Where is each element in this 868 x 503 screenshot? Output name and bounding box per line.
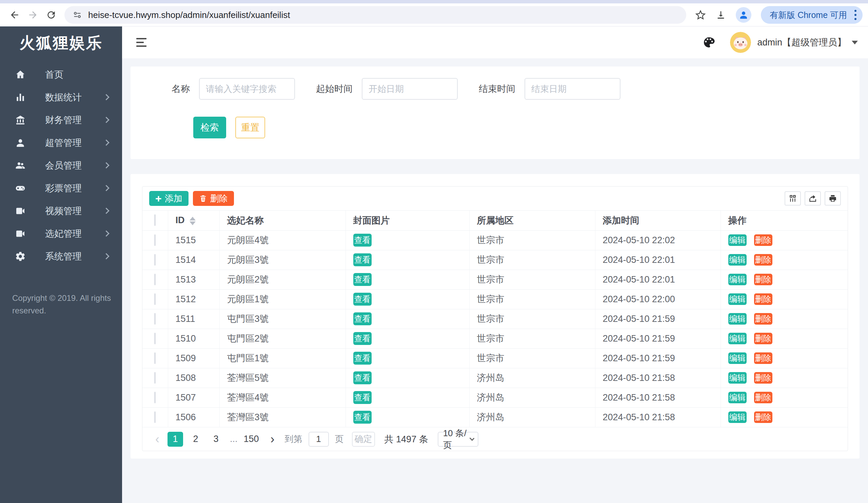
hamburger-menu-icon[interactable] — [134, 36, 148, 49]
select-all-checkbox[interactable] — [154, 214, 156, 226]
page-button-2[interactable]: 2 — [188, 432, 204, 447]
edit-button[interactable]: 编辑 — [728, 274, 747, 285]
end-time-label: 结束时间 — [479, 83, 515, 95]
back-icon[interactable] — [6, 6, 24, 24]
view-cover-button[interactable]: 查看 — [353, 332, 372, 345]
delete-button[interactable]: 删除 — [754, 254, 772, 266]
video-icon — [15, 228, 26, 239]
row-checkbox[interactable] — [154, 372, 156, 383]
search-panel: 名称 起始时间 结束时间 检索 重置 — [131, 66, 859, 159]
view-cover-button[interactable]: 查看 — [353, 293, 372, 306]
view-cover-button[interactable]: 查看 — [353, 352, 372, 365]
page-ellipsis: ... — [230, 434, 238, 444]
edit-button[interactable]: 编辑 — [728, 254, 747, 266]
per-page-select[interactable]: 10 条/页 — [438, 432, 478, 447]
chevron-right-icon — [103, 140, 109, 145]
confirm-button[interactable]: 确定 — [352, 432, 375, 447]
delete-button[interactable]: 删除 — [754, 234, 772, 246]
search-button[interactable]: 检索 — [193, 117, 226, 138]
edit-button[interactable]: 编辑 — [728, 392, 747, 403]
column-header-id[interactable]: ID — [168, 211, 219, 230]
sidebar-item-finance[interactable]: 财务管理 — [0, 109, 122, 131]
delete-button[interactable]: 删除 — [754, 392, 772, 403]
edit-button[interactable]: 编辑 — [728, 234, 747, 246]
site-info-icon[interactable] — [73, 10, 82, 20]
row-checkbox[interactable] — [154, 411, 156, 423]
sidebar-menu: 首页数据统计财务管理超管管理会员管理彩票管理视频管理选妃管理系统管理 — [0, 63, 122, 268]
chrome-update-badge[interactable]: 有新版 Chrome 可用 — [761, 6, 862, 24]
browser-profile-icon[interactable] — [736, 7, 751, 23]
view-cover-button[interactable]: 查看 — [353, 391, 372, 404]
prev-page-icon[interactable]: ‹ — [155, 432, 159, 446]
cell-time: 2024-05-10 21:59 — [595, 309, 721, 329]
edit-button[interactable]: 编辑 — [728, 372, 747, 383]
keyword-input[interactable] — [199, 78, 295, 100]
delete-button[interactable]: 删除 — [754, 411, 772, 423]
view-cover-button[interactable]: 查看 — [353, 273, 372, 286]
view-cover-button[interactable]: 查看 — [353, 411, 372, 424]
bulk-delete-button[interactable]: 删除 — [193, 191, 234, 206]
browser-menu-icon[interactable] — [853, 9, 858, 21]
chevron-down-icon[interactable] — [852, 41, 858, 44]
bookmark-star-icon[interactable] — [695, 10, 706, 20]
export-icon[interactable] — [805, 191, 821, 206]
download-icon[interactable] — [715, 10, 726, 20]
user-menu[interactable]: admin【超级管理员】 — [757, 36, 846, 49]
cell-region: 世宗市 — [469, 270, 595, 289]
reset-button[interactable]: 重置 — [235, 117, 265, 138]
delete-button[interactable]: 删除 — [754, 294, 772, 305]
sidebar-item-home[interactable]: 首页 — [0, 63, 122, 86]
user-avatar[interactable] — [730, 32, 751, 53]
add-button[interactable]: + 添加 — [149, 191, 188, 206]
sidebar-item-video[interactable]: 视频管理 — [0, 199, 122, 222]
sidebar-item-label: 超管管理 — [45, 137, 82, 149]
start-date-input[interactable] — [362, 78, 458, 100]
sidebar-item-system[interactable]: 系统管理 — [0, 245, 122, 268]
end-date-input[interactable] — [525, 78, 620, 100]
delete-button[interactable]: 删除 — [754, 372, 772, 383]
delete-button[interactable]: 删除 — [754, 274, 772, 285]
print-icon[interactable] — [825, 191, 841, 206]
row-checkbox[interactable] — [154, 392, 156, 403]
row-checkbox[interactable] — [154, 254, 156, 266]
sort-icon[interactable] — [189, 217, 196, 225]
row-checkbox[interactable] — [154, 294, 156, 305]
view-cover-button[interactable]: 查看 — [353, 234, 372, 247]
forward-icon[interactable] — [24, 6, 42, 24]
theme-palette-icon[interactable] — [702, 35, 716, 49]
edit-button[interactable]: 编辑 — [728, 294, 747, 305]
view-cover-button[interactable]: 查看 — [353, 253, 372, 266]
edit-button[interactable]: 编辑 — [728, 333, 747, 344]
app-logo: 火狐狸娱乐 — [0, 33, 122, 54]
reload-icon[interactable] — [42, 6, 60, 24]
delete-button[interactable]: 删除 — [754, 333, 772, 344]
delete-button[interactable]: 删除 — [754, 313, 772, 325]
edit-button[interactable]: 编辑 — [728, 313, 747, 325]
edit-button[interactable]: 编辑 — [728, 352, 747, 364]
sidebar-item-xuanfei[interactable]: 选妃管理 — [0, 222, 122, 245]
edit-button[interactable]: 编辑 — [728, 411, 747, 423]
page-button-1[interactable]: 1 — [167, 432, 183, 447]
row-checkbox[interactable] — [154, 352, 156, 364]
row-checkbox[interactable] — [154, 313, 156, 325]
row-checkbox[interactable] — [154, 234, 156, 246]
url-bar[interactable]: heise-tcvue.hwym.shop/admin/xuanfeilist/… — [64, 6, 686, 24]
delete-button[interactable]: 删除 — [754, 352, 772, 364]
view-cover-button[interactable]: 查看 — [353, 371, 372, 384]
row-checkbox[interactable] — [154, 333, 156, 344]
page-button-3[interactable]: 3 — [208, 432, 224, 447]
page-button-150[interactable]: 150 — [242, 432, 261, 447]
table-row: 1509屯門區1號查看世宗市2024-05-10 21:59编辑删除 — [142, 348, 848, 368]
sidebar-item-member[interactable]: 会员管理 — [0, 154, 122, 177]
sidebar-item-lottery[interactable]: 彩票管理 — [0, 177, 122, 199]
sidebar-item-super-admin[interactable]: 超管管理 — [0, 131, 122, 154]
table-row: 1514元朗區3號查看世宗市2024-05-10 22:01编辑删除 — [142, 250, 848, 270]
goto-page-input[interactable] — [309, 432, 329, 447]
next-page-icon[interactable]: › — [271, 432, 275, 446]
sidebar-item-label: 彩票管理 — [45, 182, 82, 194]
columns-icon[interactable] — [785, 191, 801, 206]
view-cover-button[interactable]: 查看 — [353, 312, 372, 325]
cell-time: 2024-05-10 22:02 — [595, 230, 721, 250]
row-checkbox[interactable] — [154, 274, 156, 285]
sidebar-item-data-stats[interactable]: 数据统计 — [0, 86, 122, 109]
